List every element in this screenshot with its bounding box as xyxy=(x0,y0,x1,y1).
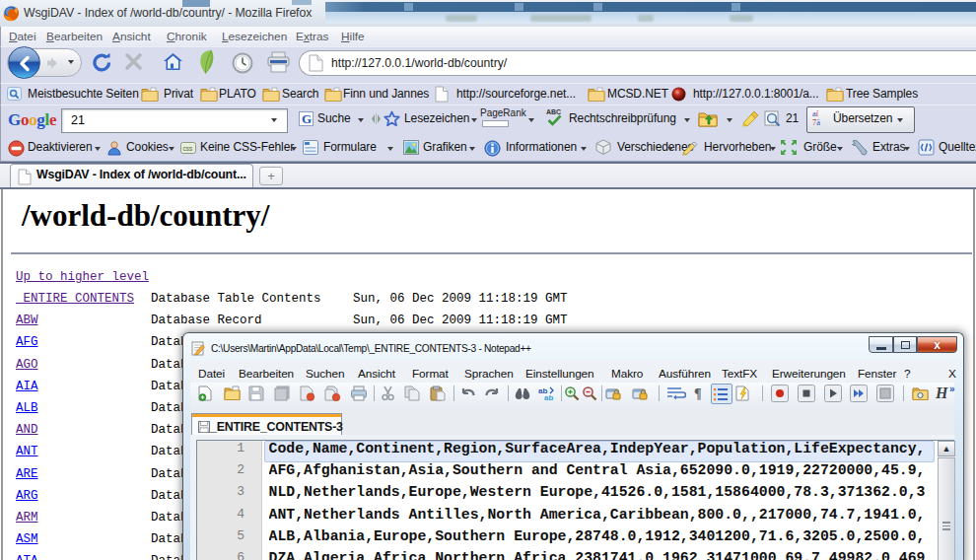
svg-text:css: css xyxy=(183,145,194,152)
svg-text:¶: ¶ xyxy=(694,386,702,401)
svg-text:ab: ab xyxy=(544,393,553,401)
